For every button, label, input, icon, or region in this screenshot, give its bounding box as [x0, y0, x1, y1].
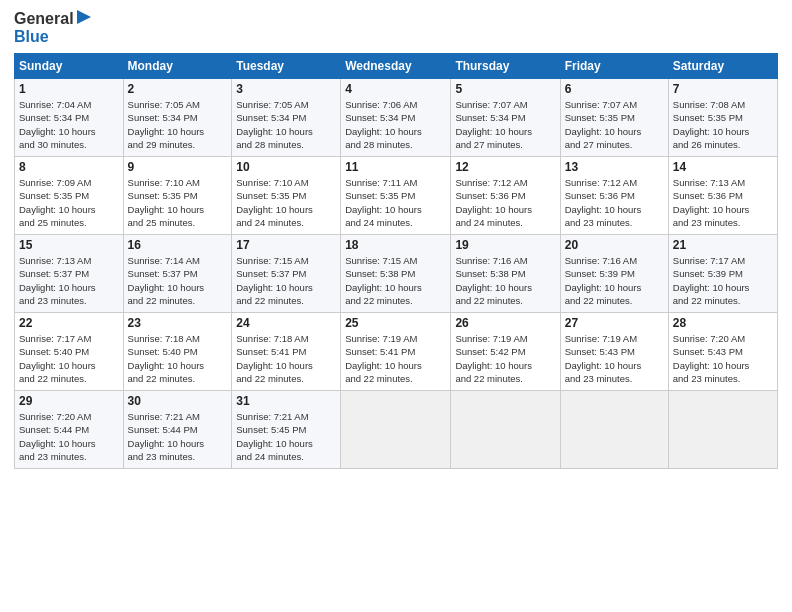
table-row: 14Sunrise: 7:13 AMSunset: 5:36 PMDayligh…: [668, 157, 777, 235]
day-number: 29: [19, 394, 119, 408]
day-info: Sunrise: 7:16 AMSunset: 5:39 PMDaylight:…: [565, 254, 664, 307]
day-info: Sunrise: 7:11 AMSunset: 5:35 PMDaylight:…: [345, 176, 446, 229]
day-info: Sunrise: 7:15 AMSunset: 5:37 PMDaylight:…: [236, 254, 336, 307]
table-row: 9Sunrise: 7:10 AMSunset: 5:35 PMDaylight…: [123, 157, 232, 235]
table-row: 1Sunrise: 7:04 AMSunset: 5:34 PMDaylight…: [15, 79, 124, 157]
day-number: 9: [128, 160, 228, 174]
day-number: 1: [19, 82, 119, 96]
table-row: [668, 391, 777, 469]
table-row: 5Sunrise: 7:07 AMSunset: 5:34 PMDaylight…: [451, 79, 560, 157]
day-info: Sunrise: 7:21 AMSunset: 5:45 PMDaylight:…: [236, 410, 336, 463]
day-info: Sunrise: 7:16 AMSunset: 5:38 PMDaylight:…: [455, 254, 555, 307]
day-number: 18: [345, 238, 446, 252]
table-row: 20Sunrise: 7:16 AMSunset: 5:39 PMDayligh…: [560, 235, 668, 313]
table-row: 31Sunrise: 7:21 AMSunset: 5:45 PMDayligh…: [232, 391, 341, 469]
day-number: 25: [345, 316, 446, 330]
day-info: Sunrise: 7:20 AMSunset: 5:44 PMDaylight:…: [19, 410, 119, 463]
table-row: [560, 391, 668, 469]
col-wednesday: Wednesday: [341, 54, 451, 79]
table-row: 13Sunrise: 7:12 AMSunset: 5:36 PMDayligh…: [560, 157, 668, 235]
day-number: 3: [236, 82, 336, 96]
day-info: Sunrise: 7:19 AMSunset: 5:41 PMDaylight:…: [345, 332, 446, 385]
col-monday: Monday: [123, 54, 232, 79]
day-number: 8: [19, 160, 119, 174]
day-info: Sunrise: 7:18 AMSunset: 5:40 PMDaylight:…: [128, 332, 228, 385]
table-row: 28Sunrise: 7:20 AMSunset: 5:43 PMDayligh…: [668, 313, 777, 391]
day-info: Sunrise: 7:18 AMSunset: 5:41 PMDaylight:…: [236, 332, 336, 385]
col-sunday: Sunday: [15, 54, 124, 79]
calendar-week-row: 22Sunrise: 7:17 AMSunset: 5:40 PMDayligh…: [15, 313, 778, 391]
day-number: 2: [128, 82, 228, 96]
day-info: Sunrise: 7:13 AMSunset: 5:36 PMDaylight:…: [673, 176, 773, 229]
table-row: 23Sunrise: 7:18 AMSunset: 5:40 PMDayligh…: [123, 313, 232, 391]
table-row: 19Sunrise: 7:16 AMSunset: 5:38 PMDayligh…: [451, 235, 560, 313]
day-number: 11: [345, 160, 446, 174]
day-number: 13: [565, 160, 664, 174]
table-row: 3Sunrise: 7:05 AMSunset: 5:34 PMDaylight…: [232, 79, 341, 157]
table-row: 12Sunrise: 7:12 AMSunset: 5:36 PMDayligh…: [451, 157, 560, 235]
table-row: 26Sunrise: 7:19 AMSunset: 5:42 PMDayligh…: [451, 313, 560, 391]
table-row: 18Sunrise: 7:15 AMSunset: 5:38 PMDayligh…: [341, 235, 451, 313]
calendar-week-row: 15Sunrise: 7:13 AMSunset: 5:37 PMDayligh…: [15, 235, 778, 313]
day-number: 27: [565, 316, 664, 330]
col-friday: Friday: [560, 54, 668, 79]
page-container: General Blue Sunday Monday Tuesday Wedne…: [0, 0, 792, 475]
table-row: 25Sunrise: 7:19 AMSunset: 5:41 PMDayligh…: [341, 313, 451, 391]
day-number: 20: [565, 238, 664, 252]
svg-marker-0: [77, 10, 91, 24]
day-number: 5: [455, 82, 555, 96]
day-info: Sunrise: 7:15 AMSunset: 5:38 PMDaylight:…: [345, 254, 446, 307]
day-info: Sunrise: 7:10 AMSunset: 5:35 PMDaylight:…: [128, 176, 228, 229]
header: General Blue: [14, 10, 778, 45]
table-row: 22Sunrise: 7:17 AMSunset: 5:40 PMDayligh…: [15, 313, 124, 391]
table-row: 6Sunrise: 7:07 AMSunset: 5:35 PMDaylight…: [560, 79, 668, 157]
day-number: 30: [128, 394, 228, 408]
day-info: Sunrise: 7:08 AMSunset: 5:35 PMDaylight:…: [673, 98, 773, 151]
day-number: 6: [565, 82, 664, 96]
table-row: 30Sunrise: 7:21 AMSunset: 5:44 PMDayligh…: [123, 391, 232, 469]
day-number: 14: [673, 160, 773, 174]
day-info: Sunrise: 7:12 AMSunset: 5:36 PMDaylight:…: [565, 176, 664, 229]
day-info: Sunrise: 7:05 AMSunset: 5:34 PMDaylight:…: [128, 98, 228, 151]
day-info: Sunrise: 7:17 AMSunset: 5:40 PMDaylight:…: [19, 332, 119, 385]
day-number: 23: [128, 316, 228, 330]
table-row: 10Sunrise: 7:10 AMSunset: 5:35 PMDayligh…: [232, 157, 341, 235]
day-number: 22: [19, 316, 119, 330]
col-saturday: Saturday: [668, 54, 777, 79]
logo: General Blue: [14, 10, 91, 45]
day-info: Sunrise: 7:19 AMSunset: 5:43 PMDaylight:…: [565, 332, 664, 385]
day-number: 21: [673, 238, 773, 252]
calendar-table: Sunday Monday Tuesday Wednesday Thursday…: [14, 53, 778, 469]
day-info: Sunrise: 7:09 AMSunset: 5:35 PMDaylight:…: [19, 176, 119, 229]
day-info: Sunrise: 7:06 AMSunset: 5:34 PMDaylight:…: [345, 98, 446, 151]
day-info: Sunrise: 7:05 AMSunset: 5:34 PMDaylight:…: [236, 98, 336, 151]
day-info: Sunrise: 7:13 AMSunset: 5:37 PMDaylight:…: [19, 254, 119, 307]
table-row: 17Sunrise: 7:15 AMSunset: 5:37 PMDayligh…: [232, 235, 341, 313]
table-row: 7Sunrise: 7:08 AMSunset: 5:35 PMDaylight…: [668, 79, 777, 157]
table-row: 21Sunrise: 7:17 AMSunset: 5:39 PMDayligh…: [668, 235, 777, 313]
table-row: 24Sunrise: 7:18 AMSunset: 5:41 PMDayligh…: [232, 313, 341, 391]
day-number: 7: [673, 82, 773, 96]
table-row: 4Sunrise: 7:06 AMSunset: 5:34 PMDaylight…: [341, 79, 451, 157]
table-row: 29Sunrise: 7:20 AMSunset: 5:44 PMDayligh…: [15, 391, 124, 469]
day-number: 19: [455, 238, 555, 252]
day-number: 24: [236, 316, 336, 330]
day-info: Sunrise: 7:12 AMSunset: 5:36 PMDaylight:…: [455, 176, 555, 229]
day-number: 10: [236, 160, 336, 174]
col-thursday: Thursday: [451, 54, 560, 79]
day-number: 4: [345, 82, 446, 96]
day-info: Sunrise: 7:21 AMSunset: 5:44 PMDaylight:…: [128, 410, 228, 463]
table-row: 8Sunrise: 7:09 AMSunset: 5:35 PMDaylight…: [15, 157, 124, 235]
day-info: Sunrise: 7:07 AMSunset: 5:35 PMDaylight:…: [565, 98, 664, 151]
day-info: Sunrise: 7:17 AMSunset: 5:39 PMDaylight:…: [673, 254, 773, 307]
day-info: Sunrise: 7:10 AMSunset: 5:35 PMDaylight:…: [236, 176, 336, 229]
table-row: [451, 391, 560, 469]
day-info: Sunrise: 7:14 AMSunset: 5:37 PMDaylight:…: [128, 254, 228, 307]
day-info: Sunrise: 7:20 AMSunset: 5:43 PMDaylight:…: [673, 332, 773, 385]
table-row: 2Sunrise: 7:05 AMSunset: 5:34 PMDaylight…: [123, 79, 232, 157]
table-row: 16Sunrise: 7:14 AMSunset: 5:37 PMDayligh…: [123, 235, 232, 313]
calendar-week-row: 8Sunrise: 7:09 AMSunset: 5:35 PMDaylight…: [15, 157, 778, 235]
day-number: 31: [236, 394, 336, 408]
calendar-week-row: 1Sunrise: 7:04 AMSunset: 5:34 PMDaylight…: [15, 79, 778, 157]
col-tuesday: Tuesday: [232, 54, 341, 79]
